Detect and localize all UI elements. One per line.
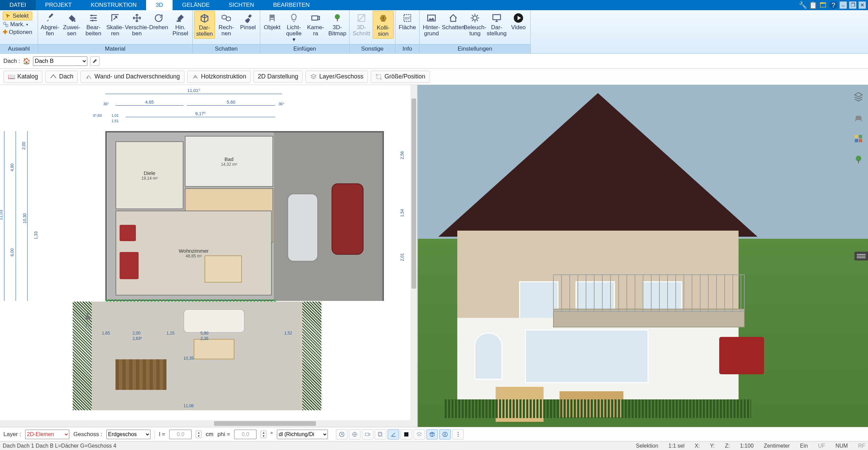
ribbon-btn-kamera[interactable]: Kame-ra: [305, 11, 326, 38]
wrench-icon[interactable]: 🔧: [799, 1, 807, 9]
tab-datei[interactable]: DATEI: [0, 0, 36, 10]
viewport-3d[interactable]: [418, 85, 868, 427]
ribbon-btn-beleuchtung[interactable]: Beleuch-tung: [464, 11, 485, 38]
status-sel: 1:1 sel: [669, 443, 685, 449]
viewport-2d[interactable]: 11,01⁵ 4,65 5,60 36⁵ 36⁵ 9,17⁵ 0⁵,83 1,0…: [0, 85, 418, 427]
bucket-icon: [66, 12, 77, 24]
ribbon-btn-hintergrund[interactable]: Hinter-grund: [421, 11, 442, 38]
panel-handle[interactable]: [854, 252, 868, 260]
select-button[interactable]: Selekt: [3, 12, 32, 20]
link-icon: [3, 21, 9, 28]
clipboard-icon[interactable]: 📋: [809, 1, 817, 9]
ribbon-btn-flche[interactable]: m²Fläche: [397, 11, 418, 32]
ribbon-btn-dbitmap[interactable]: 3D-Bitmap: [327, 11, 348, 38]
vscrollbar-2d[interactable]: [410, 85, 417, 420]
ribbon-btn-bearbeiten[interactable]: Bear-beiten: [83, 11, 104, 38]
ribbon-btn-darstellung[interactable]: Dar-stellung: [486, 11, 507, 38]
house-icon: [447, 12, 459, 24]
tab-gelaende[interactable]: GELÄNDE: [173, 0, 219, 10]
ribbon-btn-lichtquelle[interactable]: Licht-quelle ▾: [283, 11, 304, 44]
window-large: [525, 329, 649, 383]
dim-label: 11,01⁵: [187, 88, 200, 93]
geschoss-select[interactable]: Erdgeschos: [106, 430, 150, 439]
cube-tool[interactable]: [426, 429, 438, 439]
layers-tool-bottom[interactable]: [413, 429, 425, 439]
dim-label: 4,90: [10, 163, 15, 171]
maximize-button[interactable]: ❐: [849, 1, 856, 9]
intersect-icon: [85, 73, 92, 80]
ribbon-btn-drehen[interactable]: Drehen: [148, 11, 169, 32]
status-x: X:: [695, 443, 700, 449]
holz-button[interactable]: Holzkonstruktion: [187, 71, 251, 83]
ribbon-btn-verschieben[interactable]: Verschie-ben: [126, 11, 147, 38]
palette-tool[interactable]: [852, 132, 865, 145]
camera-tool[interactable]: [362, 429, 373, 439]
l-input[interactable]: [169, 430, 192, 439]
room-area: 14,32 m²: [221, 162, 237, 167]
globe-tool[interactable]: [349, 429, 360, 439]
window-icon[interactable]: 🗔: [819, 1, 827, 9]
room-bad[interactable]: Bad 14,32 m²: [185, 136, 273, 187]
svg-text:m²: m²: [405, 16, 410, 21]
edit-dach-button[interactable]: [90, 56, 100, 66]
optionen-label: Optionen: [9, 29, 32, 36]
dach-button[interactable]: Dach: [45, 71, 78, 83]
room-name: Diele: [144, 170, 155, 176]
ribbon-btn-darstellen[interactable]: Dar-stellen: [194, 11, 215, 39]
phi-input[interactable]: [234, 430, 256, 439]
ribbon-btn-schatten[interactable]: Schatten: [443, 11, 464, 32]
monitor-icon: [491, 12, 502, 24]
ribbon-group-auswahl: Selekt Mark.▾ ✚ Optionen Auswahl: [0, 10, 38, 53]
ribbon-btn-abgreifen[interactable]: Abgrei-fen: [39, 11, 60, 38]
svg-line-2: [5, 24, 6, 25]
ribbon: Selekt Mark.▾ ✚ Optionen Auswahl Abgrei-…: [0, 10, 868, 54]
clock-tool[interactable]: [336, 429, 348, 439]
dach-select[interactable]: Dach B: [33, 56, 87, 66]
tab-3d[interactable]: 3D: [146, 0, 173, 10]
l-spinner[interactable]: ▲▼: [196, 431, 201, 438]
furniture-tool[interactable]: [852, 111, 865, 124]
phi-unit: °: [270, 431, 273, 438]
ribbon-btn-pinsel[interactable]: Pinsel: [237, 11, 259, 32]
tree-tool[interactable]: [852, 153, 865, 166]
ribbon-btn-dschnitt: 3D-Schnitt: [351, 11, 372, 38]
ribbon-btn-rechnen[interactable]: Rech-nen: [216, 11, 237, 38]
tab-bearbeiten[interactable]: BEARBEITEN: [264, 0, 319, 10]
2d-button[interactable]: 2D Darstellung: [253, 71, 303, 83]
phi-spinner[interactable]: ▲▼: [261, 431, 266, 438]
holz-label: Holzkonstruktion: [201, 73, 246, 80]
compass-tool[interactable]: [439, 429, 451, 439]
ribbon-group-sonstige: 3D-SchnittKolli-sion Sonstige: [350, 10, 395, 53]
room-diele[interactable]: Diele 19,14 m²: [116, 141, 183, 209]
ribbon-btn-video[interactable]: Video: [508, 11, 529, 32]
more-tool[interactable]: ⋮: [452, 429, 464, 439]
ribbon-group-einstellungen: Hinter-grundSchattenBeleuch-tungDar-stel…: [420, 10, 531, 53]
layer-button[interactable]: Layer/Geschoss: [305, 71, 368, 83]
room-wohnzimmer[interactable]: Wohnzimmer 48,85 m²: [116, 211, 272, 295]
mark-button[interactable]: Mark.▾: [3, 21, 32, 28]
copy-tool[interactable]: [375, 429, 386, 439]
tab-konstruktion[interactable]: KONSTRUKTION: [81, 0, 146, 10]
ribbon-btn-hinpinsel[interactable]: Hin.Pinsel: [170, 11, 191, 38]
snap-angle-tool[interactable]: [388, 429, 399, 439]
tab-sichten[interactable]: SICHTEN: [219, 0, 264, 10]
ribbon-btn-kollision[interactable]: Kolli-sion: [373, 11, 394, 39]
ribbon-btn-zuweisen[interactable]: Zuwei-sen: [61, 11, 82, 38]
ribbon-btn-skalieren[interactable]: Skalie-ren: [105, 11, 126, 38]
mode-select[interactable]: dl (Richtung/Di: [277, 430, 328, 439]
hscrollbar-2d[interactable]: [0, 420, 417, 427]
layers-tool[interactable]: [852, 90, 865, 103]
grid-tool[interactable]: [401, 429, 412, 439]
layer-select[interactable]: 2D-Elemen: [25, 430, 69, 439]
katalog-button[interactable]: 📖Katalog: [3, 71, 42, 83]
help-icon[interactable]: ?: [829, 1, 837, 9]
tab-projekt[interactable]: PROJEKT: [36, 0, 81, 10]
close-button[interactable]: ✕: [858, 1, 866, 9]
wanddach-button[interactable]: Wand- und Dachverschneidung: [81, 71, 184, 83]
ribbon-btn-objekt[interactable]: Objekt: [262, 11, 283, 32]
minimize-button[interactable]: –: [839, 1, 847, 9]
groesse-button[interactable]: Größe/Position: [371, 71, 430, 83]
svg-rect-17: [855, 135, 858, 138]
optionen-button[interactable]: ✚ Optionen: [3, 29, 32, 36]
2d-label: 2D Darstellung: [258, 73, 298, 80]
